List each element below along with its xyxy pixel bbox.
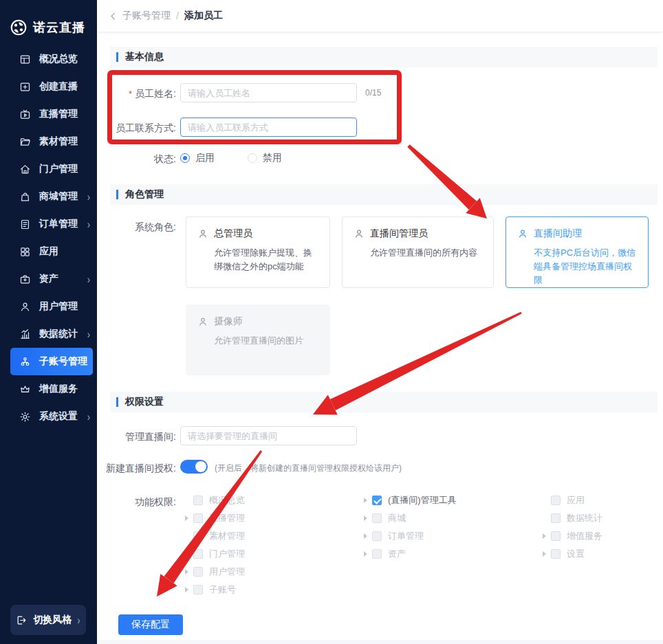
tree-item-mall[interactable]: 商城: [364, 513, 457, 523]
sidebar-item-assets[interactable]: 资产 ›: [0, 265, 97, 293]
tree-item-assets[interactable]: 资产: [364, 548, 457, 559]
employee-contact-input[interactable]: [180, 118, 357, 137]
save-config-button[interactable]: 保存配置: [118, 614, 183, 635]
app-logo: 诺云直播: [0, 0, 97, 41]
sidebar-item-create-live[interactable]: 创建直播: [0, 73, 97, 100]
sidebar-item-stats[interactable]: 数据统计 ›: [0, 320, 97, 348]
role-name: 摄像师: [214, 315, 243, 328]
role-desc: 不支持PC后台访问，微信端具备管理控场直播间权限: [534, 246, 637, 287]
tree-item-apps[interactable]: 应用: [543, 495, 602, 505]
gear-icon: [19, 411, 31, 423]
person-icon: [197, 228, 208, 239]
checkbox[interactable]: [193, 531, 203, 541]
section-basic-info: 基本信息: [110, 47, 657, 67]
person-icon: [197, 316, 208, 327]
sidebar-menu: 概况总览 创建直播 直播管理 素材管理 门户管理 商城管理 ›: [0, 45, 97, 430]
checkbox[interactable]: [551, 496, 561, 505]
tree-item-orders[interactable]: 订单管理: [364, 531, 457, 541]
sidebar-item-value-added[interactable]: 增值服务: [0, 375, 97, 403]
breadcrumb-parent[interactable]: 子账号管理: [122, 10, 171, 22]
role-card-camera-operator[interactable]: 摄像师 允许管理直播间的图片: [186, 304, 330, 375]
employee-name-input[interactable]: [180, 83, 357, 102]
chevron-right-icon: ›: [87, 190, 90, 203]
section-title: 角色管理: [125, 188, 164, 201]
chevron-right-icon: ›: [87, 327, 90, 341]
tree-item-room-tools[interactable]: (直播间)管理工具: [364, 495, 457, 505]
page: 诺云直播 概况总览 创建直播 直播管理 素材管理 门户管理: [0, 0, 663, 644]
tree-item-value-added[interactable]: 增值服务: [543, 531, 602, 541]
crown-icon: [19, 384, 31, 395]
perm-tree-col-3: 应用 数据统计 增值服务 设置: [543, 495, 602, 559]
expand-arrow-icon[interactable]: [364, 515, 367, 521]
sidebar-item-apps[interactable]: 应用: [0, 238, 97, 265]
checkbox[interactable]: [551, 513, 561, 523]
expand-arrow-icon[interactable]: [364, 551, 367, 557]
expand-arrow-icon[interactable]: [543, 533, 546, 539]
sidebar-item-orders[interactable]: 订单管理 ›: [0, 210, 97, 238]
checkbox[interactable]: [193, 513, 203, 523]
sidebar-item-live-management[interactable]: 直播管理: [0, 100, 97, 128]
tree-item-portal[interactable]: 门户管理: [185, 548, 245, 559]
radio-off-icon[interactable]: [248, 153, 257, 163]
chevron-right-icon: ›: [87, 217, 90, 231]
checkbox[interactable]: [193, 585, 203, 595]
status-radio-disabled[interactable]: 禁用: [248, 152, 282, 164]
perm-tree-col-2: (直播间)管理工具 商城 订单管理 资产: [364, 495, 457, 559]
tree-item-live-mgmt[interactable]: 直播管理: [185, 513, 245, 523]
app-logo-icon: [9, 18, 28, 37]
asset-case-icon: [19, 274, 31, 285]
back-chevron-icon[interactable]: [108, 11, 118, 21]
chevron-right-icon: ›: [87, 410, 90, 423]
expand-arrow-icon[interactable]: [543, 551, 546, 557]
role-card-room-assistant[interactable]: 直播间助理 不支持PC后台访问，微信端具备管理控场直播间权限: [506, 216, 649, 288]
expand-arrow-icon[interactable]: [185, 587, 188, 592]
checkbox[interactable]: [193, 549, 203, 559]
sidebar: 诺云直播 概况总览 创建直播 直播管理 素材管理 门户管理: [0, 0, 97, 644]
checkbox[interactable]: [551, 531, 561, 541]
section-permission-settings: 权限设置: [110, 392, 657, 412]
person-icon: [517, 228, 528, 239]
tree-item-subaccount[interactable]: 子账号: [185, 584, 245, 595]
role-name: 直播间管理员: [370, 227, 428, 240]
radio-on-icon[interactable]: [180, 153, 190, 163]
status-radio-enabled[interactable]: 启用: [180, 152, 215, 164]
breadcrumb-current: 添加员工: [184, 10, 223, 22]
sidebar-item-subaccount[interactable]: 子账号管理: [10, 348, 93, 375]
checkbox[interactable]: [193, 496, 203, 505]
manage-room-input[interactable]: [180, 426, 357, 445]
sidebar-item-overview[interactable]: 概况总览: [0, 45, 97, 73]
tree-item-material[interactable]: 素材管理: [185, 531, 245, 541]
checkbox[interactable]: [372, 531, 382, 541]
home-icon: [19, 164, 31, 175]
role-card-room-admin[interactable]: 直播间管理员 允许管理直播间的所有内容: [342, 216, 494, 288]
sidebar-item-mall[interactable]: 商城管理 ›: [0, 183, 97, 210]
checkbox[interactable]: [193, 567, 203, 577]
tree-item-stats[interactable]: 数据统计: [543, 513, 602, 523]
app-logo-text: 诺云直播: [33, 19, 85, 36]
new-room-auth-toggle[interactable]: [180, 460, 208, 474]
sidebar-item-settings[interactable]: 系统设置 ›: [0, 403, 97, 430]
style-switch-button[interactable]: 切换风格 ›: [10, 605, 86, 635]
expand-arrow-icon[interactable]: [185, 569, 188, 575]
breadcrumb-separator: /: [176, 10, 179, 21]
tree-item-users[interactable]: 用户管理: [185, 566, 245, 577]
section-title: 基本信息: [125, 51, 164, 63]
tree-item-overview[interactable]: 概况总览: [185, 495, 245, 505]
checkbox-checked[interactable]: [372, 496, 382, 505]
switch-style-icon: [16, 614, 28, 626]
apps-icon: [19, 246, 31, 258]
expand-arrow-icon[interactable]: [364, 533, 367, 539]
page-bottom-band: [97, 640, 663, 644]
role-card-super-admin[interactable]: 总管理员 允许管理除账户提现、换绑微信之外的pc端功能: [186, 216, 330, 288]
checkbox[interactable]: [372, 513, 382, 523]
perm-tree-col-1: 概况总览 直播管理 素材管理 门户管理 用户管理 子账号: [185, 495, 245, 595]
expand-arrow-icon[interactable]: [364, 498, 367, 503]
sidebar-item-portal[interactable]: 门户管理: [0, 155, 97, 183]
sidebar-item-users[interactable]: 用户管理: [0, 293, 97, 320]
tree-item-settings[interactable]: 设置: [543, 548, 602, 559]
sidebar-item-material[interactable]: 素材管理: [0, 128, 97, 155]
new-room-auth-hint: (开启后，将新创建的直播间管理权限授权给该用户): [215, 463, 402, 474]
expand-arrow-icon[interactable]: [185, 515, 188, 521]
checkbox[interactable]: [551, 549, 561, 559]
checkbox[interactable]: [372, 549, 382, 559]
